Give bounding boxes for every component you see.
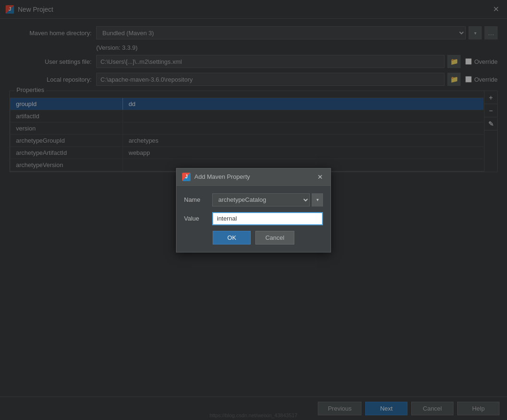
modal-title-bar: J Add Maven Property ✕ <box>177 168 330 186</box>
modal-ok-button[interactable]: OK <box>213 231 251 244</box>
modal-value-label: Value <box>184 215 207 222</box>
modal-name-select-group: archetypeCatalog ▾ <box>212 193 323 206</box>
modal-title-left: J Add Maven Property <box>182 173 250 181</box>
modal-overlay: J Add Maven Property ✕ Name archetypeCat… <box>0 0 507 420</box>
modal-name-label: Name <box>184 196 207 203</box>
modal-buttons: OK Cancel <box>184 231 323 244</box>
modal-title: Add Maven Property <box>194 173 250 180</box>
modal-value-input[interactable]: internal <box>212 212 323 225</box>
modal-body: Name archetypeCatalog ▾ Value internal O… <box>177 186 330 252</box>
modal-cancel-button[interactable]: Cancel <box>255 231 294 244</box>
add-maven-property-dialog: J Add Maven Property ✕ Name archetypeCat… <box>176 168 331 252</box>
modal-name-dropdown-arrow[interactable]: ▾ <box>312 193 323 206</box>
modal-name-select[interactable]: archetypeCatalog <box>212 193 310 206</box>
modal-name-row: Name archetypeCatalog ▾ <box>184 193 323 206</box>
modal-close-button[interactable]: ✕ <box>315 172 325 182</box>
modal-value-row: Value internal <box>184 212 323 225</box>
modal-app-icon: J <box>182 173 191 181</box>
